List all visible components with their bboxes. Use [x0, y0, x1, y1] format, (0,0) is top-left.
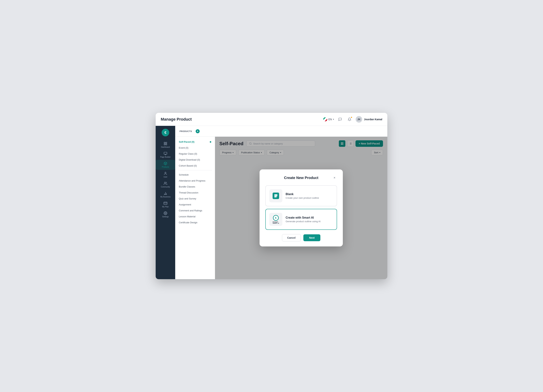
- nav-item-assignment[interactable]: Assignment: [175, 202, 215, 208]
- smart-ai-logo: € EDUQATSMART AI: [273, 215, 279, 224]
- smart-ai-option-card[interactable]: € EDUQATSMART AI Create with Smart AI Ge…: [265, 209, 337, 230]
- create-product-modal: Create New Product ×: [260, 169, 343, 246]
- sidebar-item-page-builder[interactable]: Page Builder: [156, 150, 175, 160]
- sidebar-item-community[interactable]: Community: [156, 180, 175, 190]
- products-title-bar: PRODUCTS +: [180, 129, 383, 133]
- products-header: PRODUCTS +: [175, 126, 387, 137]
- app-window: Manage Product EN ▾ JK Jour: [156, 113, 387, 279]
- smart-ai-option-title: Create with Smart AI: [286, 216, 321, 219]
- svg-rect-29: [274, 195, 277, 196]
- sidebar-item-user[interactable]: User: [156, 170, 175, 180]
- svg-rect-14: [164, 202, 167, 204]
- sidebar-label-community: Community: [161, 186, 170, 188]
- page-title: Manage Product: [161, 117, 323, 122]
- blank-option-desc: Create your own product outline: [286, 197, 319, 199]
- left-nav: Self-Paced (0) Event (0) Regular Class (…: [175, 137, 215, 279]
- svg-rect-28: [274, 194, 277, 195]
- content-pane: PRODUCTS + Self-Paced (0) Event (0) R: [175, 126, 387, 279]
- nav-label-cohort-based: Cohort Based (0): [179, 164, 197, 167]
- sidebar-label-user: User: [164, 176, 167, 178]
- users-icon: [164, 182, 167, 185]
- nav-label-schedule: Schedule: [179, 173, 189, 176]
- nav-label-digital-download: Digital Download (0): [179, 158, 200, 161]
- nav-divider: [178, 170, 212, 170]
- nav-item-regular-class[interactable]: Regular Class (0): [175, 151, 215, 157]
- nav-item-lesson-material[interactable]: Lesson Material: [175, 214, 215, 220]
- svg-point-9: [164, 182, 166, 183]
- sidebar-item-my-business[interactable]: My Business: [156, 190, 175, 200]
- main-layout: € Dashboard Page Builder: [156, 126, 387, 279]
- user-name: Jourdan Kamal: [364, 118, 382, 121]
- nav-item-self-paced[interactable]: Self-Paced (0): [175, 139, 215, 145]
- nav-active-dot: [210, 141, 211, 143]
- svg-rect-1: [166, 142, 167, 144]
- nav-item-schedule[interactable]: Schedule: [175, 172, 215, 178]
- sidebar-item-dashboard[interactable]: Dashboard: [156, 140, 175, 150]
- blank-icon: [273, 193, 279, 199]
- smart-ai-option-desc: Generate product outline using AI: [286, 220, 321, 223]
- products-label: PRODUCTS: [180, 130, 192, 132]
- chart-icon: [164, 192, 167, 195]
- smart-ai-option-text: Create with Smart AI Generate product ou…: [286, 216, 321, 223]
- nav-item-cohort-based[interactable]: Cohort Based (0): [175, 163, 215, 169]
- nav-item-thread-discussion[interactable]: Thread Discussion: [175, 190, 215, 196]
- monitor-icon: [164, 152, 167, 155]
- sidebar-label-products: Products: [162, 166, 169, 168]
- next-button[interactable]: Next: [303, 234, 320, 241]
- svg-point-8: [165, 172, 166, 173]
- cancel-button[interactable]: Cancel: [282, 234, 301, 241]
- box-icon: [164, 162, 167, 165]
- nav-item-bundle-classes[interactable]: Bundle Classes: [175, 184, 215, 190]
- sub-layout: Self-Paced (0) Event (0) Regular Class (…: [175, 137, 387, 279]
- svg-rect-3: [166, 144, 167, 145]
- nav-item-quiz-survey[interactable]: Quiz and Survey: [175, 196, 215, 202]
- add-product-button[interactable]: +: [196, 129, 200, 133]
- nav-label-self-paced: Self-Paced (0): [179, 140, 194, 143]
- svg-point-16: [165, 213, 166, 214]
- ai-logo-circle: €: [273, 215, 279, 221]
- nav-label-certificate-design: Certificate Design: [179, 221, 198, 224]
- sidebar-item-products[interactable]: Products: [156, 160, 175, 170]
- nav-label-comment-ratings: Comment and Ratings: [179, 209, 202, 212]
- blank-option-text: Blank Create your own product outline: [286, 193, 319, 199]
- nav-label-event: Event (0): [179, 146, 188, 149]
- nav-label-regular-class: Regular Class (0): [179, 152, 197, 155]
- svg-rect-30: [274, 197, 277, 197]
- language-label: EN: [328, 118, 332, 121]
- svg-rect-0: [164, 142, 165, 144]
- sidebar-label-dashboard: Dashboard: [161, 146, 170, 148]
- nav-item-comment-ratings[interactable]: Comment and Ratings: [175, 208, 215, 214]
- svg-rect-4: [164, 152, 167, 155]
- modal-title: Create New Product: [270, 176, 332, 180]
- sidebar-item-settings[interactable]: Settings: [156, 210, 175, 220]
- ai-logo-text: EDUQATSMART AI: [273, 221, 279, 224]
- nav-item-digital-download[interactable]: Digital Download (0): [175, 157, 215, 163]
- grid-icon: [164, 142, 167, 145]
- sidebar-label-my-business: My Business: [160, 196, 171, 198]
- modal-footer: Cancel Next: [265, 234, 337, 241]
- messages-button[interactable]: [337, 116, 343, 123]
- user-menu[interactable]: JK Jourdan Kamal: [356, 116, 382, 123]
- sidebar-logo: €: [162, 129, 169, 136]
- nav-label-thread-discussion: Thread Discussion: [179, 191, 198, 194]
- nav-label-bundle-classes: Bundle Classes: [179, 185, 195, 188]
- notifications-button[interactable]: [346, 116, 353, 123]
- blank-option-card[interactable]: Blank Create your own product outline: [265, 185, 337, 206]
- flag-icon: [323, 117, 327, 121]
- modal-close-button[interactable]: ×: [332, 175, 337, 180]
- language-selector[interactable]: EN ▾: [323, 117, 334, 121]
- nav-item-attendance[interactable]: Attendance and Progress: [175, 178, 215, 184]
- sidebar-item-my-plan[interactable]: My Plan: [156, 200, 175, 210]
- sidebar-label-my-plan: My Plan: [162, 206, 169, 208]
- modal-header: Create New Product ×: [265, 175, 337, 180]
- nav-item-certificate-design[interactable]: Certificate Design: [175, 220, 215, 226]
- top-bar: Manage Product EN ▾ JK Jour: [156, 113, 387, 126]
- nav-label-assignment: Assignment: [179, 203, 191, 206]
- nav-label-quiz-survey: Quiz and Survey: [179, 197, 196, 200]
- sidebar: € Dashboard Page Builder: [156, 126, 175, 279]
- sidebar-label-settings: Settings: [162, 216, 169, 218]
- svg-rect-2: [164, 144, 165, 145]
- user-icon: [164, 171, 167, 175]
- nav-item-event[interactable]: Event (0): [175, 145, 215, 151]
- main-area: Self-Paced: [215, 137, 387, 279]
